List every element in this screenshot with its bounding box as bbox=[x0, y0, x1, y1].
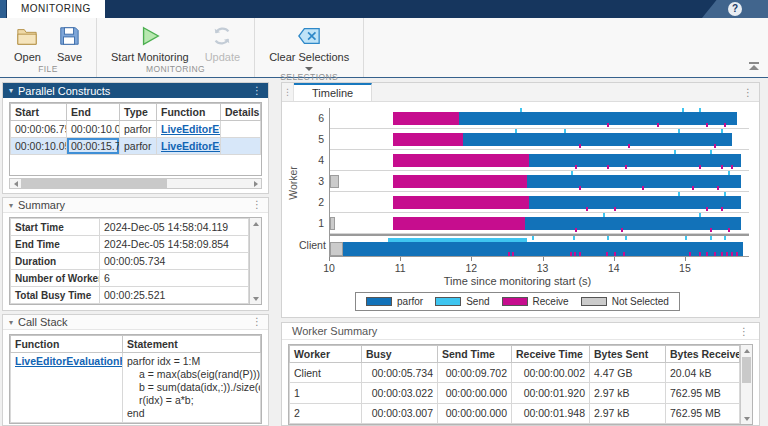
vertical-scrollbar[interactable] bbox=[740, 345, 752, 424]
col-header[interactable]: Receive Time bbox=[512, 346, 590, 363]
table-row[interactable]: 100:00:03.022 00:00:00.00000:00:01.920 2… bbox=[290, 383, 740, 403]
table-row[interactable]: Client00:00:05.734 00:00:09.70200:00:00.… bbox=[290, 363, 740, 383]
collapse-panel-icon[interactable]: ▾ bbox=[9, 86, 13, 95]
timeline-bar-parfor[interactable] bbox=[463, 133, 732, 146]
col-header[interactable]: Type bbox=[120, 104, 157, 121]
cell-start[interactable]: 00:00:06.754 bbox=[11, 121, 67, 138]
timeline-bar-parfor[interactable] bbox=[343, 242, 744, 256]
collapse-panel-icon[interactable]: ▾ bbox=[9, 318, 13, 327]
timeline-bar-receive[interactable] bbox=[393, 133, 463, 146]
cell-details[interactable] bbox=[221, 121, 261, 138]
clear-selections-button[interactable]: Clear Selections bbox=[269, 24, 349, 71]
event-tick-receive bbox=[642, 186, 644, 190]
timeline-bar-parfor[interactable] bbox=[525, 217, 741, 230]
event-tick-send bbox=[571, 171, 573, 175]
cell-type[interactable]: parfor bbox=[120, 121, 157, 138]
col-header[interactable]: Bytes Received bbox=[666, 346, 740, 363]
cell-function[interactable]: LiveEditorEvaluationHelp... bbox=[11, 353, 123, 423]
table-row[interactable]: Duration00:00:05.734 bbox=[11, 253, 249, 270]
table-row[interactable]: 00:00:06.754 00:00:10.046 parfor LiveEdi… bbox=[11, 121, 261, 138]
event-tick-receive bbox=[657, 123, 659, 127]
help-button[interactable]: ? bbox=[702, 0, 768, 18]
table-row[interactable]: LiveEditorEvaluationHelp... parfor idx =… bbox=[11, 353, 261, 423]
panel-grip-icon[interactable]: ⋮ bbox=[282, 83, 294, 101]
table-row[interactable]: 200:00:03.007 00:00:00.00000:00:01.948 2… bbox=[290, 403, 740, 423]
update-button[interactable]: Update bbox=[205, 24, 240, 63]
timeline-bar-parfor[interactable] bbox=[459, 112, 737, 125]
col-header[interactable]: Function bbox=[157, 104, 221, 121]
scroll-down-icon[interactable] bbox=[741, 413, 752, 424]
function-link[interactable]: LiveEditorEv... bbox=[161, 140, 221, 152]
cell-function[interactable]: LiveEditorEv... bbox=[157, 138, 221, 155]
timeline-bar-parfor[interactable] bbox=[527, 175, 741, 188]
open-button[interactable]: Open bbox=[14, 24, 41, 63]
timeline-bar-notselected[interactable] bbox=[330, 242, 343, 256]
x-axis-tick-label: 14 bbox=[608, 262, 620, 274]
x-axis-tick-label: 15 bbox=[679, 262, 691, 274]
table-row-selected[interactable]: 00:00:10.051 00:00:15.786 parfor LiveEdi… bbox=[11, 138, 261, 155]
timeline-bar-parfor[interactable] bbox=[529, 154, 741, 167]
table-row[interactable]: End Time2024-Dec-05 14:58:09.854 bbox=[11, 236, 249, 253]
event-tick-receive bbox=[736, 252, 738, 256]
col-header[interactable]: Bytes Sent bbox=[590, 346, 666, 363]
cell-details[interactable] bbox=[221, 138, 261, 155]
tab-timeline[interactable]: Timeline bbox=[294, 83, 372, 101]
tab-monitoring[interactable]: MONITORING bbox=[7, 0, 105, 18]
event-tick-receive bbox=[710, 228, 712, 232]
event-tick-receive bbox=[714, 252, 716, 256]
scroll-right-icon[interactable] bbox=[250, 179, 261, 188]
timeline-bar-notselected[interactable] bbox=[330, 217, 335, 230]
lane-label: 1 bbox=[299, 213, 329, 234]
scroll-up-icon[interactable] bbox=[250, 218, 261, 229]
timeline-lane bbox=[330, 213, 749, 234]
summary-header[interactable]: ▾ Summary ⋮ bbox=[3, 198, 268, 213]
parallel-constructs-header[interactable]: ▾ Parallel Constructs ⋮ bbox=[3, 83, 268, 98]
panel-menu-icon[interactable]: ⋮ bbox=[739, 326, 749, 337]
cell-start[interactable]: 00:00:10.051 bbox=[11, 138, 67, 155]
cell-end-focused[interactable]: 00:00:15.786 bbox=[67, 138, 120, 155]
col-header[interactable]: Statement bbox=[123, 336, 261, 353]
scroll-left-icon[interactable] bbox=[10, 179, 21, 188]
horizontal-scrollbar[interactable] bbox=[9, 178, 262, 189]
cell-type[interactable]: parfor bbox=[120, 138, 157, 155]
timeline-bar-receive[interactable] bbox=[393, 112, 460, 125]
table-row[interactable]: Number of Workers6 bbox=[11, 270, 249, 287]
event-tick-send bbox=[678, 129, 680, 133]
vertical-scrollbar[interactable] bbox=[249, 218, 261, 304]
collapse-ribbon-button[interactable] bbox=[748, 62, 760, 70]
cell-end[interactable]: 00:00:10.046 bbox=[67, 121, 120, 138]
scroll-up-icon[interactable] bbox=[741, 345, 752, 356]
panel-menu-icon[interactable]: ⋮ bbox=[252, 317, 262, 327]
function-link[interactable]: LiveEditorEvaluationHelp... bbox=[15, 355, 123, 367]
cell-function[interactable]: LiveEditorEv... bbox=[157, 121, 221, 138]
timeline-bar-parfor[interactable] bbox=[529, 196, 741, 209]
panel-menu-icon[interactable]: ⋮ bbox=[252, 200, 262, 210]
panel-menu-icon[interactable]: ⋮ bbox=[252, 86, 262, 96]
timeline-bar-receive[interactable] bbox=[393, 217, 526, 230]
timeline-bar-receive[interactable] bbox=[393, 175, 527, 188]
scrollbar-thumb[interactable] bbox=[21, 179, 167, 188]
table-row[interactable]: Start Time2024-Dec-05 14:58:04.119 bbox=[11, 219, 249, 236]
legend-item: Receive bbox=[502, 296, 569, 307]
function-link[interactable]: LiveEditorEv... bbox=[161, 123, 221, 135]
call-stack-header[interactable]: ▾ Call Stack ⋮ bbox=[3, 315, 268, 330]
col-header[interactable]: Function bbox=[11, 336, 123, 353]
event-tick-send bbox=[678, 192, 680, 196]
save-button[interactable]: Save bbox=[57, 24, 82, 63]
timeline-bar-receive[interactable] bbox=[393, 154, 529, 167]
timeline-bar-receive[interactable] bbox=[393, 196, 529, 209]
timeline-bar-send[interactable] bbox=[388, 238, 526, 242]
col-header[interactable]: Start bbox=[11, 104, 67, 121]
panel-menu-icon[interactable]: ⋮ bbox=[743, 87, 753, 98]
scrollbar-thumb[interactable] bbox=[742, 357, 751, 383]
col-header[interactable]: End bbox=[67, 104, 120, 121]
col-header[interactable]: Busy bbox=[362, 346, 438, 363]
collapse-panel-icon[interactable]: ▾ bbox=[9, 201, 13, 210]
col-header[interactable]: Details bbox=[221, 104, 261, 121]
table-row[interactable]: Total Busy Time00:00:25.521 bbox=[11, 287, 249, 304]
col-header[interactable]: Send Time bbox=[438, 346, 512, 363]
timeline-bar-notselected[interactable] bbox=[330, 175, 339, 188]
scroll-down-icon[interactable] bbox=[250, 293, 261, 304]
start-monitoring-button[interactable]: Start Monitoring bbox=[111, 24, 189, 63]
col-header[interactable]: Worker bbox=[290, 346, 362, 363]
